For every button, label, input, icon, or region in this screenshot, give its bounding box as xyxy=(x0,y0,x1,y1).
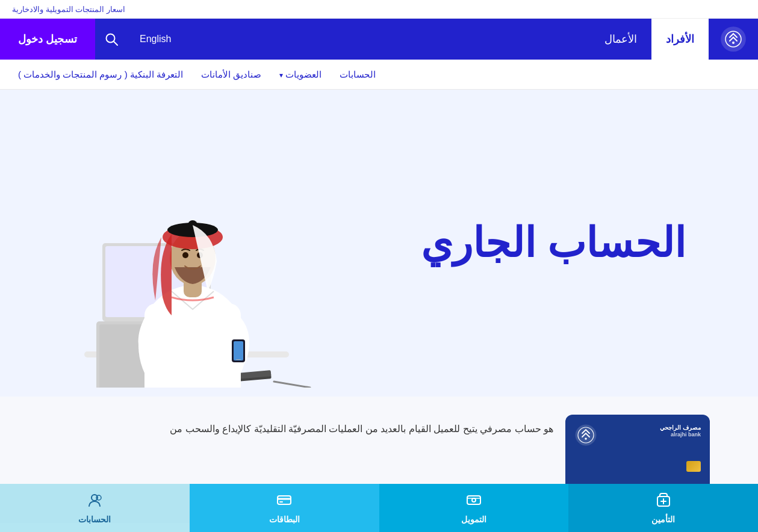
svg-point-1 xyxy=(732,42,735,44)
main-header: الأفراد الأعمال English تسجيل دخول xyxy=(0,19,758,60)
svg-point-31 xyxy=(472,498,476,502)
tab-business[interactable]: الأعمال xyxy=(590,19,651,60)
svg-point-25 xyxy=(576,425,596,445)
svg-rect-23 xyxy=(234,341,243,360)
accounts-label: الحسابات xyxy=(78,515,111,523)
login-button[interactable]: تسجيل دخول xyxy=(0,19,95,60)
bottom-bar-financing[interactable]: التمويل xyxy=(379,484,569,523)
svg-line-12 xyxy=(274,382,310,388)
bottom-bar-accounts[interactable]: الحسابات xyxy=(0,484,190,523)
insurance-label: التأمين xyxy=(651,515,675,523)
tab-individuals[interactable]: الأفراد xyxy=(651,19,709,60)
header-nav-tabs: الأفراد الأعمال xyxy=(590,19,709,60)
hero-text: الحساب الجاري xyxy=(325,218,710,268)
announcement-link[interactable]: اسعار المنتجات التمويلية والادخارية xyxy=(12,5,125,14)
card-top: مصرف الراجحي alrajhi bank xyxy=(574,424,701,449)
financing-label: التمويل xyxy=(461,515,486,523)
svg-point-17 xyxy=(182,252,188,258)
svg-point-0 xyxy=(721,27,745,51)
insurance-icon xyxy=(655,492,672,512)
header-right: الأفراد الأعمال xyxy=(590,19,758,60)
nav-accounts[interactable]: الحسابات xyxy=(340,61,376,88)
svg-rect-33 xyxy=(278,496,291,504)
announcement-bar: اسعار المنتجات التمويلية والادخارية xyxy=(0,0,758,19)
person-illustration xyxy=(60,123,313,388)
nav-fees[interactable]: التعرفة البنكية ( رسوم المنتجات والخدمات… xyxy=(18,61,183,88)
secondary-nav: الحسابات العضويات صناديق الأمانات التعرف… xyxy=(0,60,758,90)
cards-label: البطاقات xyxy=(269,515,300,523)
nav-memberships[interactable]: العضويات xyxy=(279,61,321,88)
svg-line-3 xyxy=(114,42,117,45)
accounts-icon xyxy=(86,492,103,512)
hero-image xyxy=(48,99,325,388)
header-logo xyxy=(709,19,758,60)
bottom-bar-insurance[interactable]: التأمين xyxy=(568,484,758,523)
svg-rect-30 xyxy=(467,496,480,504)
hero-title: الحساب الجاري xyxy=(325,218,686,268)
hero-section: الحساب الجاري xyxy=(0,90,758,397)
nav-savings[interactable]: صناديق الأمانات xyxy=(201,61,261,88)
cards-icon xyxy=(276,492,293,512)
bank-name: مصرف الراجحي alrajhi bank xyxy=(660,424,701,439)
bottom-bar-cards[interactable]: البطاقات xyxy=(190,484,379,523)
card-chip xyxy=(686,461,701,472)
svg-point-26 xyxy=(585,438,587,440)
english-button[interactable]: English xyxy=(128,19,183,60)
header-left: English تسجيل دخول xyxy=(0,19,184,60)
financing-icon xyxy=(465,492,482,512)
svg-rect-24 xyxy=(236,359,241,360)
bottom-navigation-bar: التأمين التمويل البطاقات xyxy=(0,484,758,523)
svg-rect-35 xyxy=(279,501,283,503)
search-button[interactable] xyxy=(95,19,128,60)
rajhi-logo-icon xyxy=(574,424,597,449)
